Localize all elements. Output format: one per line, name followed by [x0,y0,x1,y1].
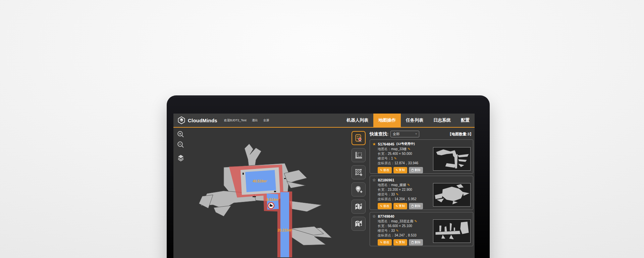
cloudminds-logo-icon [177,116,185,124]
layers-icon[interactable] [177,154,185,162]
field-label: 坐标原点： [378,233,394,237]
map-card-title: ☆ 82186961 [372,178,471,182]
map-upload-icon [354,219,363,228]
trash-icon [411,169,414,172]
map-floor-value: 33 [391,229,395,232]
map-card: ★ 51764845 (12号使用中) 地图名：map_33楼✎ 长宽：25.4… [370,139,473,174]
delete-map-button[interactable]: 删除 [409,239,423,246]
copy-map-button[interactable]: ✎复制 [393,203,408,209]
map-zoom-controls [177,130,185,162]
laptop-bezel: CloudMinds 欢迎BJDT2_Test 退出 全屏 机器人列表 地图操作… [167,95,490,258]
map-card-fields: 地图名：map_33楼✎ 长宽：25.400 × 50.000 楼层号：1✎ 坐… [372,146,433,173]
filter-select[interactable]: 全部 ˅ [390,131,419,137]
field-label: 地图名： [378,219,391,223]
delete-map-button[interactable]: 删除 [409,203,423,209]
zoom-out-icon[interactable] [177,141,185,149]
content-area: 40.519m² 8.614m² 20.215m² [173,128,475,257]
map-origin-value: 12.874，33.946 [394,161,418,165]
tool-measure-region-button[interactable] [352,148,366,162]
logout-link[interactable]: 退出 [252,118,258,123]
quick-find-label: 快速查找: [370,131,388,137]
star-toggle[interactable]: ☆ [372,178,376,182]
area-label-3: 20.215m² [278,228,292,232]
tab-settings[interactable]: 配置 [456,114,475,127]
tab-map-operation[interactable]: 地图操作 [373,114,401,127]
zoom-in-icon[interactable] [177,130,185,138]
edit-pencil-icon: ✎ [380,169,383,172]
field-label: 坐标原点： [378,197,394,201]
brand: CloudMinds [177,116,217,124]
modify-map-button[interactable]: ✎修改 [378,167,392,173]
map-size-value: 23.200 × 22.900 [388,188,412,191]
edit-pencil-icon[interactable]: ✎ [414,219,417,223]
robot-position-marker[interactable] [268,203,274,209]
star-toggle[interactable]: ☆ [372,214,376,218]
edit-pencil-icon: ✎ [396,241,398,244]
map-card: ☆ 87749840 地图名：map_33层走廊✎ 长宽：56.600 × 25… [370,212,473,246]
map-edit-icon [354,202,363,211]
map-size-value: 56.600 × 25.100 [388,224,412,228]
edit-pencil-icon[interactable]: ✎ [408,147,410,151]
tool-map-upload-button[interactable] [352,217,366,231]
tool-add-region-button[interactable] [352,165,366,179]
session-bar: 欢迎BJDT2_Test 退出 全屏 [224,118,269,123]
map-card: ☆ 82186961 地图名：map_腿腿✎ 长宽：23.200 × 22.90… [370,176,473,210]
trash-icon [411,205,414,208]
modify-map-button[interactable]: ✎修改 [378,239,392,246]
map-origin-value: 14.204，5.952 [394,197,417,201]
field-label: 楼层号： [378,157,391,160]
edit-pencil-icon: ✎ [380,241,383,244]
map-thumbnail [433,219,471,243]
add-region-icon [354,168,363,177]
map-name-value: map_腿腿 [391,183,406,187]
trash-icon [411,241,414,244]
field-label: 地图名： [378,147,391,151]
tab-task-list[interactable]: 任务列表 [401,114,428,127]
tool-task-points-button[interactable] [352,131,366,145]
map-list-panel: 快速查找: 全部 ˅ 【地图数量:3】 ★ 51764845 (12号使用中) [369,128,474,257]
map-origin-value: 34.247，8.533 [394,233,417,237]
copy-map-button[interactable]: ✎复制 [393,167,408,173]
field-label: 长宽： [378,152,388,156]
map-card-title: ★ 51764845 (12号使用中) [372,142,471,146]
field-label: 长宽： [378,224,388,228]
map-in-use-tag: (12号使用中) [396,142,415,146]
edit-pencil-icon[interactable]: ✎ [396,192,398,196]
edit-pencil-icon: ✎ [396,205,398,208]
chevron-down-icon: ˅ [415,133,417,135]
map-floor-value: 1 [391,157,393,160]
area-label-1: 40.519m² [253,179,267,183]
map-count-badge: 【地图数量:3】 [448,132,473,137]
edit-pencil-icon[interactable]: ✎ [394,157,397,160]
welcome-text: 欢迎BJDT2_Test [224,118,247,123]
edit-pencil-icon: ✎ [396,169,398,172]
filter-selected-value: 全部 [393,132,415,136]
edit-pencil-icon: ✎ [380,205,383,208]
tool-map-edit-button[interactable] [352,200,366,214]
star-toggle[interactable]: ★ [372,142,376,146]
fullscreen-link[interactable]: 全屏 [263,118,269,123]
map-card-title: ☆ 87749840 [372,214,471,218]
app-screen: CloudMinds 欢迎BJDT2_Test 退出 全屏 机器人列表 地图操作… [173,114,475,258]
field-label: 楼层号： [378,229,391,232]
map-floor-value: 33 [391,192,395,196]
map-size-value: 25.400 × 50.000 [388,152,412,156]
map-name-value: map_33层走廊 [391,219,413,223]
modify-map-button[interactable]: ✎修改 [378,203,392,209]
map-id: 51764845 [378,142,394,146]
edit-pencil-icon[interactable]: ✎ [396,229,398,232]
add-point-icon [354,185,363,194]
tab-robot-list[interactable]: 机器人列表 [341,114,373,127]
task-point-list-icon [354,134,363,142]
tool-add-point-button[interactable] [352,182,366,197]
tab-log-system[interactable]: 日志系统 [428,114,456,127]
map-card-actions: ✎修改 ✎复制 删除 [378,167,433,173]
edit-pencil-icon[interactable]: ✎ [407,183,410,187]
nav-tabs: 机器人列表 地图操作 任务列表 日志系统 配置 [341,114,475,127]
map-toolbar [352,131,366,231]
brand-name: CloudMinds [188,118,217,123]
copy-map-button[interactable]: ✎复制 [393,239,408,246]
delete-map-button[interactable]: 删除 [409,167,423,173]
area-label-2: 8.614m² [266,198,279,202]
map-name-value: map_33楼 [391,147,407,151]
